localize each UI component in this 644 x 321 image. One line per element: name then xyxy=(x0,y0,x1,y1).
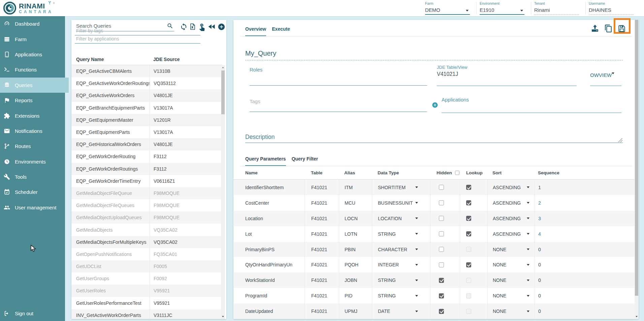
query-list-scrollbar[interactable] xyxy=(221,65,225,319)
query-row[interactable]: GetUserRoles V95921 xyxy=(71,285,222,297)
save-icon[interactable] xyxy=(617,24,626,33)
sidebar-item-dashboard[interactable]: Dashboard xyxy=(0,16,65,31)
query-row[interactable]: GetOpenPushNotifications FQ35CA01 xyxy=(71,248,222,260)
hidden-checkbox[interactable] xyxy=(439,247,444,252)
data-type-select[interactable]: SHORTITEM xyxy=(372,180,430,195)
sidebar-item-functions[interactable]: Functions xyxy=(0,62,65,77)
rewind-icon[interactable] xyxy=(207,22,216,31)
sort-select[interactable]: NONE xyxy=(487,242,534,257)
query-row[interactable]: GetUserRolesPerformanceTest V95921 xyxy=(71,297,222,309)
query-row[interactable]: INV_GetActiveWorkOrderParts V3111JC xyxy=(71,309,222,319)
query-row[interactable]: GetMediaObjectUploadQueues F98MOQUE xyxy=(71,211,222,224)
lookup-checkbox[interactable] xyxy=(466,185,471,190)
username-field[interactable]: Username DHAINES xyxy=(589,1,634,15)
tags-input[interactable]: Tags xyxy=(250,98,260,104)
filter-by-tags-input[interactable]: Filter by tags xyxy=(75,27,200,35)
sidebar-item-routes[interactable]: Routes xyxy=(0,139,65,154)
hidden-all-checkbox[interactable] xyxy=(455,171,459,175)
add-query-icon[interactable] xyxy=(218,23,225,31)
applications-input[interactable] xyxy=(442,113,621,113)
query-row[interactable]: EQP_GetWorkOrderRouting F3112 xyxy=(71,150,222,163)
scrollbar-thumb[interactable] xyxy=(635,20,638,296)
query-row[interactable]: EQP_GetEquipmentMaster V1201R xyxy=(71,114,222,126)
query-row[interactable]: EQP_GetHistoricalWorkOrders V4801JE xyxy=(71,138,222,150)
sort-select[interactable]: ASCENDING xyxy=(487,226,534,242)
data-type-select[interactable]: BUSINESSUNIT xyxy=(372,195,430,211)
query-row[interactable]: GetMediaObjectFileQueues F98MOQUE xyxy=(71,199,222,211)
hidden-checkbox[interactable] xyxy=(439,185,444,190)
scroll-down-icon[interactable] xyxy=(636,316,638,317)
sidebar-item-extensions[interactable]: Extensions xyxy=(0,108,65,123)
sort-select[interactable]: ASCENDING xyxy=(487,195,534,211)
hidden-checkbox[interactable] xyxy=(439,200,444,205)
data-type-select[interactable]: STRING xyxy=(372,272,430,288)
data-type-select[interactable]: STRING xyxy=(372,288,430,303)
description-textarea[interactable]: Description xyxy=(245,134,275,141)
data-type-select[interactable]: CHARACTER xyxy=(372,242,430,257)
lookup-checkbox[interactable] xyxy=(466,231,471,236)
farm-select[interactable]: Farm DEMO xyxy=(425,1,470,15)
lookup-checkbox[interactable] xyxy=(466,247,471,252)
query-row[interactable]: GetMediaObjectsForMultipleKeys VQ35CA02 xyxy=(71,236,222,248)
lookup-checkbox[interactable] xyxy=(466,200,471,205)
description-resize-handle[interactable] xyxy=(618,138,622,142)
sort-select[interactable]: ASCENDING xyxy=(487,180,534,195)
filter-by-applications-input[interactable]: Filter by applications xyxy=(75,35,200,43)
detail-tab[interactable]: Overview xyxy=(245,26,266,36)
sort-select[interactable]: NONE xyxy=(487,288,534,303)
data-type-select[interactable]: INTEGER xyxy=(372,257,430,272)
sort-select[interactable]: ASCENDING xyxy=(487,211,534,226)
query-row[interactable]: EQP_GetActiveWorkOrders V4801JE xyxy=(71,89,222,101)
query-name-input[interactable]: My_Query xyxy=(245,50,276,57)
query-row[interactable]: GetMediaObjects VQ35CA02 xyxy=(71,224,222,236)
lookup-checkbox[interactable] xyxy=(466,293,471,298)
sidebar-item-environments[interactable]: Environments xyxy=(0,154,65,169)
sort-select[interactable]: NONE xyxy=(487,257,534,272)
sidebar-item-sign-out[interactable]: Sign out xyxy=(0,306,65,321)
jde-table-view-input[interactable]: V41021J xyxy=(437,71,458,77)
parameter-tab[interactable]: Query Filter xyxy=(292,156,318,166)
parameter-tab[interactable]: Query Parameters xyxy=(245,156,286,166)
query-row[interactable]: EQP_GetActiveCBMAlerts V1310B xyxy=(71,65,222,77)
sort-select[interactable]: NONE xyxy=(487,272,534,288)
scroll-up-icon[interactable] xyxy=(222,67,224,68)
query-row[interactable]: GetUserGroups F0092 xyxy=(71,272,222,285)
hidden-checkbox[interactable] xyxy=(439,216,444,221)
sidebar-item-tools[interactable]: Tools xyxy=(0,169,65,184)
sidebar-item-reports[interactable]: Reports xyxy=(0,93,65,108)
query-row[interactable]: EQP_GetActiveWorkOrderRoutings VQ353112 xyxy=(71,77,222,89)
copy-icon[interactable] xyxy=(604,24,613,33)
detail-scrollbar[interactable] xyxy=(635,20,639,319)
data-type-select[interactable]: LOCATION xyxy=(372,211,430,226)
detail-tab[interactable]: Execute xyxy=(272,26,290,36)
scrollbar-thumb[interactable] xyxy=(221,70,225,114)
query-row[interactable]: EQP_GetBranchEquipmentParts V13017A xyxy=(71,102,222,114)
sort-select[interactable]: NONE xyxy=(487,303,534,319)
query-row[interactable]: EQP_GetWorkOrderTimeEntry V06116Z1 xyxy=(71,175,222,187)
upload-icon[interactable] xyxy=(590,24,600,33)
hidden-checkbox[interactable] xyxy=(439,293,444,298)
query-row[interactable]: EQP_GetEquipmentParts V13017A xyxy=(71,126,222,138)
sidebar-item-farm[interactable]: Farm xyxy=(0,31,65,47)
tenant-field[interactable]: Tenant Rinami xyxy=(534,1,579,15)
lookup-checkbox[interactable] xyxy=(466,309,471,314)
query-row[interactable]: GetMediaObjectFileQueue F98MOQUE xyxy=(71,187,222,199)
data-type-select[interactable]: DATE xyxy=(372,303,430,319)
hidden-checkbox[interactable] xyxy=(439,309,444,314)
hidden-checkbox[interactable] xyxy=(439,262,444,267)
sidebar-item-user-management[interactable]: User management xyxy=(0,200,65,215)
data-type-select[interactable]: STRING xyxy=(372,226,430,242)
owview-select[interactable]: OWVIEW xyxy=(590,72,612,78)
hidden-checkbox[interactable] xyxy=(439,278,444,283)
sidebar-item-scheduler[interactable]: Scheduler xyxy=(0,184,65,200)
sidebar-item-notifications[interactable]: Notifications xyxy=(0,123,65,139)
lookup-checkbox[interactable] xyxy=(466,216,471,221)
lookup-checkbox[interactable] xyxy=(466,262,471,267)
sidebar-item-applications[interactable]: Applications xyxy=(0,47,65,62)
query-row[interactable]: GetUDCList F0005 xyxy=(71,260,222,272)
hidden-checkbox[interactable] xyxy=(439,231,444,236)
lookup-checkbox[interactable] xyxy=(466,278,471,283)
sidebar-item-queries[interactable]: Queries xyxy=(0,78,69,93)
scroll-down-icon[interactable] xyxy=(222,316,224,317)
roles-input[interactable] xyxy=(250,85,427,86)
